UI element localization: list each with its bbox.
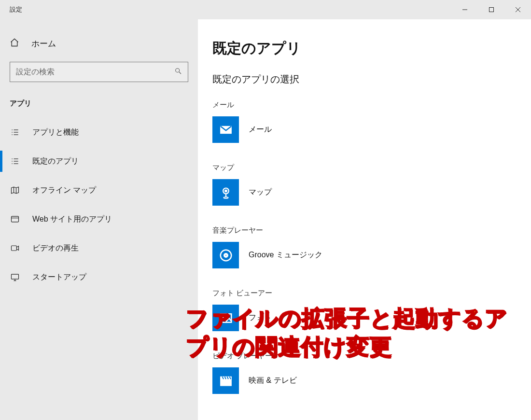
mail-icon: [212, 116, 239, 143]
svg-point-26: [224, 190, 227, 192]
maximize-button[interactable]: [478, 0, 504, 19]
category-music: 音楽プレーヤー Groove ミュージック: [212, 226, 531, 268]
window-controls: [451, 0, 531, 19]
window-titlebar: 設定: [0, 0, 531, 19]
sidebar-item-apps-features[interactable]: アプリと機能: [0, 118, 198, 147]
sidebar-item-label: ビデオの再生: [32, 243, 79, 253]
default-app-name: Groove ミュージック: [249, 250, 322, 260]
svg-rect-20: [12, 246, 17, 251]
video-icon: [10, 243, 20, 253]
svg-rect-18: [12, 216, 19, 222]
sidebar-item-label: オフライン マップ: [32, 185, 96, 196]
sidebar-item-label: アプリと機能: [32, 127, 79, 138]
sidebar-section-label: アプリ: [0, 92, 198, 118]
home-icon: [10, 38, 19, 50]
sidebar-home[interactable]: ホーム: [0, 33, 198, 55]
sidebar-item-label: スタートアップ: [32, 272, 86, 282]
svg-rect-34: [220, 379, 231, 386]
sidebar-item-website-apps[interactable]: Web サイト用のアプリ: [0, 205, 198, 234]
window-title: 設定: [10, 5, 22, 14]
default-app-photo[interactable]: フォト: [212, 305, 531, 331]
groove-icon: [212, 242, 239, 268]
list-icon: [10, 127, 20, 138]
sidebar-item-label: Web サイト用のアプリ: [32, 214, 112, 224]
default-app-maps[interactable]: マップ: [212, 179, 531, 206]
category-mail: メール メール: [212, 100, 531, 143]
main-content: 既定のアプリ 既定のアプリの選択 メール メール マップ マップ: [198, 19, 531, 420]
svg-point-28: [224, 197, 228, 198]
svg-point-33: [223, 316, 225, 318]
svg-point-31: [225, 254, 226, 256]
section-heading: 既定のアプリの選択: [212, 73, 531, 86]
sidebar-home-label: ホーム: [31, 38, 56, 49]
default-app-name: フォト: [249, 313, 272, 323]
category-label: メール: [212, 100, 531, 110]
svg-line-5: [179, 72, 181, 74]
default-app-name: マップ: [249, 187, 272, 197]
category-label: フォト ビューアー: [212, 289, 531, 298]
close-button[interactable]: [504, 0, 531, 19]
search-input[interactable]: 設定の検索: [10, 62, 188, 82]
website-icon: [10, 214, 20, 224]
sidebar: ホーム 設定の検索 アプリ アプリと機能 既定のアプ: [0, 19, 198, 420]
default-app-name: 映画 & テレビ: [249, 376, 297, 386]
default-app-mail[interactable]: メール: [212, 116, 531, 143]
category-label: マップ: [212, 163, 531, 172]
default-app-music[interactable]: Groove ミュージック: [212, 242, 531, 268]
movie-icon: [212, 367, 239, 394]
photo-icon: [212, 305, 239, 331]
category-label: ビデオ プレーヤー: [212, 351, 531, 361]
category-label: 音楽プレーヤー: [212, 226, 531, 235]
sidebar-nav-list: アプリと機能 既定のアプリ オフライン マップ Web サイト用のアプリ: [0, 118, 198, 292]
sidebar-item-video-playback[interactable]: ビデオの再生: [0, 234, 198, 263]
sidebar-item-startup[interactable]: スタートアップ: [0, 263, 198, 292]
sidebar-item-default-apps[interactable]: 既定のアプリ: [0, 147, 198, 176]
map-pin-icon: [212, 179, 239, 206]
search-icon: [174, 67, 182, 77]
category-maps: マップ マップ: [212, 163, 531, 206]
category-video: ビデオ プレーヤー 映画 & テレビ: [212, 351, 531, 394]
svg-point-4: [176, 69, 180, 72]
minimize-button[interactable]: [451, 0, 478, 19]
svg-rect-21: [12, 274, 19, 279]
defaults-icon: [10, 156, 20, 167]
map-icon: [10, 185, 20, 196]
startup-icon: [10, 272, 20, 282]
sidebar-item-offline-maps[interactable]: オフライン マップ: [0, 176, 198, 205]
default-app-name: メール: [249, 125, 272, 135]
default-app-video[interactable]: 映画 & テレビ: [212, 367, 531, 394]
search-placeholder: 設定の検索: [16, 67, 55, 77]
search-container: 設定の検索: [0, 55, 198, 92]
page-title: 既定のアプリ: [212, 39, 531, 58]
sidebar-item-label: 既定のアプリ: [32, 156, 79, 167]
category-photo: フォト ビューアー フォト: [212, 289, 531, 331]
svg-rect-1: [489, 8, 493, 12]
